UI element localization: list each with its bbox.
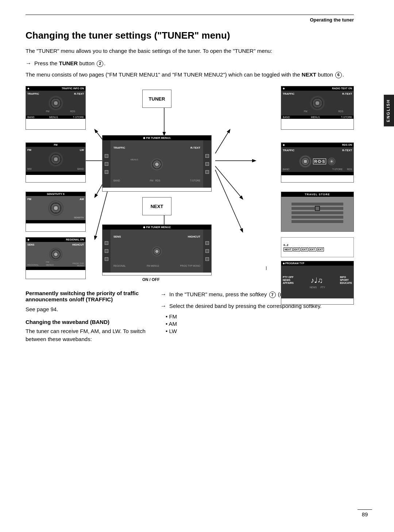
sub-text-band: The tuner can receive FM, AM, and LW. To…: [26, 327, 150, 344]
body-text-1: The "TUNER" menu allows you to change th…: [26, 47, 354, 55]
bullet-lw: LW: [166, 328, 354, 334]
screen-program-typ: ◆ PROGRAM TYP PTY OFF NEWS AFFAIRS ♪♩♫ I…: [281, 261, 354, 305]
arrow-item-tuner: → Press the TUNER button 2.: [26, 59, 354, 68]
svg-line-10: [215, 170, 243, 232]
arrow-symbol: →: [26, 59, 31, 68]
screen-regional-on: ◆REGIONAL ON SENS HIGHCUT REGIONAL FM ME…: [26, 237, 86, 279]
circle-7: 7: [269, 292, 276, 298]
language-tab: ENGLISH: [384, 95, 394, 126]
screen-rds-on: ◆RDS ON TRAFFIC R-TEXT R·D·S RDS BAND T-…: [281, 142, 354, 183]
on-off-label: ON / OFF: [142, 277, 160, 282]
svg-line-9: [215, 166, 243, 199]
header-rule: [26, 15, 354, 15]
screen-radio-text-on: ◆RADIO TEXT ON TRAFFIC R-TEXT FM RDS BAN…: [281, 86, 354, 130]
section-title-traffic: Permanently switching the priority of tr…: [26, 290, 150, 302]
waveband-list: FM AM LW: [161, 313, 354, 334]
circle-6: 6: [335, 72, 342, 78]
tuner-button[interactable]: TUNER: [142, 90, 171, 108]
fm-tuner-menu2: ◆ FM TUNER MENU2 SENSHIGHCUT REGIONALFM …: [102, 224, 212, 275]
sub-title-band: Changing the waveband (BAND): [26, 319, 150, 325]
circle-2: 2: [97, 60, 103, 67]
next-button[interactable]: NEXT: [142, 197, 171, 215]
page-number: 89: [358, 509, 372, 517]
svg-line-7: [215, 130, 230, 153]
left-column: Permanently switching the priority of tr…: [26, 290, 150, 347]
next-labels-area: 0..2 NEXT EXT EXT EXT EXT: [281, 237, 354, 257]
header-title: Operating the tuner: [26, 17, 354, 23]
body-text-2: The menu consists of two pages ("FM TUNE…: [26, 71, 354, 79]
arrow-text: Press the TUNER button 2.: [34, 59, 105, 68]
bullet-fm: FM: [166, 313, 354, 320]
main-title: Changing the tuner settings ("TUNER" men…: [26, 30, 354, 41]
screen-fm-mw: FM FM LW MW BAND: [26, 142, 86, 183]
diagrams-area: ◆TRAFFIC INFO ON TRAFFIC R-TEXT FM RDS B…: [26, 86, 354, 279]
arrow-sym-1: →: [161, 290, 166, 299]
screen-travel-store: TRAVEL STORE: [281, 192, 354, 232]
see-page: See page 94.: [26, 305, 150, 314]
arrow-sym-2: →: [161, 302, 166, 310]
bullet-am: AM: [166, 321, 354, 327]
fm-tuner-menu1: ◆ FM TUNER MENU1 TRAFFICR-TEXT BANDFM R: [102, 135, 212, 192]
screen-sensitivity: SENSITIVITY 6 FM AM SENSITIV: [26, 192, 86, 232]
screen-traffic-info-on: ◆TRAFFIC INFO ON TRAFFIC R-TEXT FM RDS B…: [26, 86, 86, 130]
